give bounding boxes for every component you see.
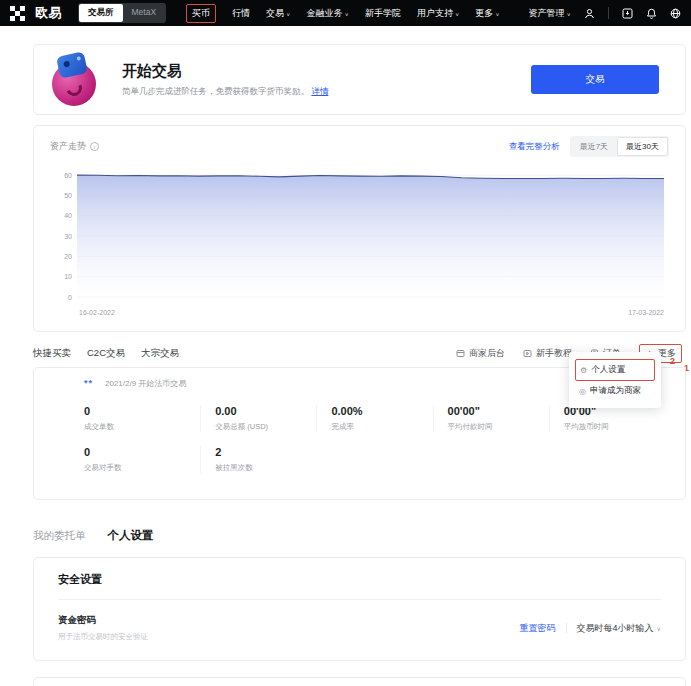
nav-item-academy[interactable]: 新手学院 xyxy=(365,7,401,20)
merchant-since-text: 2021/2/9 开始法币交易 xyxy=(105,378,186,389)
stats-row-2: 0交易对手数 2被拉黑次数 xyxy=(84,446,665,473)
nav-item-buy-crypto[interactable]: 买币 xyxy=(186,4,216,23)
merchant-console-link[interactable]: 商家后台 xyxy=(456,347,505,360)
nav-item-finance[interactable]: 金融业务∨ xyxy=(306,7,348,20)
toggle-metax[interactable]: MetaX xyxy=(123,4,166,22)
fund-password-desc: 用于法币交易时的安全验证 xyxy=(58,632,148,642)
user-profile-icon[interactable] xyxy=(584,8,595,19)
tutorial-link[interactable]: 新手教程 xyxy=(523,347,572,360)
nav-divider xyxy=(608,7,609,19)
stat-avg-release-time: 00'00"平均放币时间 xyxy=(549,405,665,432)
top-navbar: 欧易 交易所 MetaX 买币 行情 交易∨ 金融业务∨ 新手学院 用户支持∨ … xyxy=(0,0,691,26)
chevron-down-icon: ∨ xyxy=(455,10,459,16)
menu-item-personal-settings[interactable]: ⚙ 个人设置 2 xyxy=(575,359,655,381)
okx-logo-icon[interactable] xyxy=(10,6,25,21)
stat-completed-orders: 0成交单数 xyxy=(84,405,200,432)
tab-my-ads[interactable]: 我的委托单 xyxy=(33,529,86,543)
nav-item-assets[interactable]: 资产管理∨ xyxy=(529,7,571,20)
stat-blocked-count: 2被拉黑次数 xyxy=(200,446,316,473)
stat-total-volume: 0.00交易总额 (USD) xyxy=(200,405,316,432)
password-frequency-dropdown[interactable]: 交易时每4小时输入 ∨ xyxy=(577,622,661,635)
stat-avg-pay-time: 00'00"平均付款时间 xyxy=(433,405,549,432)
tab-express-trade[interactable]: 快捷买卖 xyxy=(33,347,71,360)
language-globe-icon[interactable] xyxy=(670,8,681,19)
chevron-down-icon: ∨ xyxy=(344,10,348,16)
range-30d-button[interactable]: 最近30天 xyxy=(617,137,668,156)
menu-item-become-merchant[interactable]: ◎ 申请成为商家 xyxy=(575,381,655,401)
tab-personal-settings[interactable]: 个人设置 xyxy=(108,528,154,543)
svg-text:0: 0 xyxy=(68,294,72,301)
nav-right: 资产管理∨ xyxy=(529,7,681,20)
mascot-image xyxy=(48,54,100,106)
notifications-bell-icon[interactable] xyxy=(646,8,657,19)
merchant-badge-icon: ◎ xyxy=(579,387,586,396)
nav-item-trade[interactable]: 交易∨ xyxy=(266,7,290,20)
annotation-number-2: 2 xyxy=(670,355,675,366)
logo-text[interactable]: 欧易 xyxy=(35,4,62,22)
nav-menu: 买币 行情 交易∨ 金融业务∨ 新手学院 用户支持∨ 更多∨ xyxy=(186,4,500,23)
tab-block-trade[interactable]: 大宗交易 xyxy=(141,347,179,360)
svg-text:20: 20 xyxy=(64,253,72,260)
svg-text:50: 50 xyxy=(64,192,72,199)
merchant-avatar: ** xyxy=(84,379,97,389)
svg-text:16-02-2022: 16-02-2022 xyxy=(79,309,115,316)
svg-text:10: 10 xyxy=(64,273,72,280)
svg-text:17-03-2022: 17-03-2022 xyxy=(628,309,664,316)
gear-icon: ⚙ xyxy=(580,366,587,375)
merchant-console-icon xyxy=(456,349,465,358)
trade-button[interactable]: 交易 xyxy=(531,65,659,94)
nav-item-more[interactable]: 更多∨ xyxy=(475,7,499,20)
more-dropdown-menu: ⚙ 个人设置 2 ◎ 申请成为商家 xyxy=(569,352,661,408)
download-app-icon[interactable] xyxy=(622,8,633,19)
toggle-exchange[interactable]: 交易所 xyxy=(79,4,123,22)
asset-trend-chart[interactable]: 010203040506016-02-202217-03-2022 xyxy=(50,161,669,327)
chart-title: 资产走势 i xyxy=(50,140,99,153)
svg-text:30: 30 xyxy=(64,233,72,240)
product-toggle: 交易所 MetaX xyxy=(78,3,166,23)
chart-svg: 010203040506016-02-202217-03-2022 xyxy=(50,161,669,323)
section-tabs: 我的委托单 个人设置 xyxy=(33,528,686,543)
range-7d-button[interactable]: 最近7天 xyxy=(571,137,617,156)
tab-c2c-trade[interactable]: C2C交易 xyxy=(87,347,125,360)
stat-completion-rate: 0.00%完成率 xyxy=(316,405,432,432)
chevron-down-icon: ∨ xyxy=(495,10,499,16)
asset-trend-card: 资产走势 i 查看完整分析 最近7天 最近30天 010203040506016… xyxy=(33,125,686,332)
security-settings-card: 安全设置 资金密码 用于法币交易时的安全验证 重置密码 交易时每4小时输入 ∨ xyxy=(33,557,686,661)
fund-password-row: 资金密码 用于法币交易时的安全验证 重置密码 交易时每4小时输入 ∨ xyxy=(58,614,661,642)
chevron-down-icon: ∨ xyxy=(286,10,290,16)
hero-subtitle: 简单几步完成进阶任务，免费获得数字货币奖励。 详情 xyxy=(122,86,328,98)
details-link[interactable]: 详情 xyxy=(311,86,328,96)
chart-header: 资产走势 i 查看完整分析 最近7天 最近30天 xyxy=(50,136,669,157)
svg-text:60: 60 xyxy=(64,172,72,179)
fund-password-title: 资金密码 xyxy=(58,614,148,627)
info-icon[interactable]: i xyxy=(90,142,99,151)
nav-item-markets[interactable]: 行情 xyxy=(232,7,250,20)
tutorial-icon xyxy=(523,349,532,358)
chevron-down-icon: ∨ xyxy=(657,625,661,632)
chevron-down-icon: ∨ xyxy=(567,10,571,16)
start-trading-banner: 开始交易 简单几步完成进阶任务，免费获得数字货币奖励。 详情 交易 xyxy=(33,44,686,115)
payment-settings-card: 收付款设置 CNY ▾ ＋ 添加收款账号 3 xyxy=(33,677,686,686)
full-analysis-link[interactable]: 查看完整分析 xyxy=(509,141,560,153)
security-settings-title: 安全设置 xyxy=(58,572,661,600)
divider xyxy=(566,623,567,633)
nav-item-support[interactable]: 用户支持∨ xyxy=(417,7,459,20)
stats-row-1: 0成交单数 0.00交易总额 (USD) 0.00%完成率 00'00"平均付款… xyxy=(84,405,665,432)
range-toggle: 最近7天 最近30天 xyxy=(570,136,669,157)
reset-password-link[interactable]: 重置密码 xyxy=(520,622,556,635)
hero-title: 开始交易 xyxy=(122,62,328,81)
stat-counterparties: 0交易对手数 xyxy=(84,446,200,473)
svg-text:40: 40 xyxy=(64,212,72,219)
hero-texts: 开始交易 简单几步完成进阶任务，免费获得数字货币奖励。 详情 xyxy=(122,62,328,98)
